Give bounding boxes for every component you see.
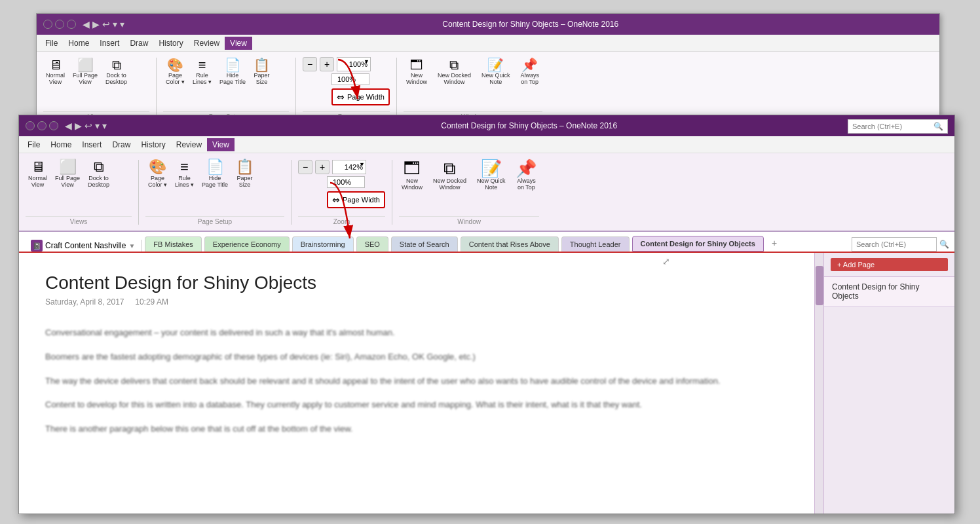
paper-size-icon: 📋 xyxy=(254,58,270,71)
tab-thought-leader[interactable]: Thought Leader xyxy=(561,236,630,252)
back-page-width-label: Page Width xyxy=(347,93,385,101)
back-new-quick-label: New QuickNote xyxy=(481,72,510,85)
front-paper-size-btn[interactable]: 📋 PaperSize xyxy=(233,159,256,189)
back-hide-page-title-btn[interactable]: 📄 HidePage Title xyxy=(217,57,248,86)
front-page-width-icon: ⇔ xyxy=(332,195,340,205)
front-search-input[interactable] xyxy=(852,122,931,130)
front-dock-desktop-btn[interactable]: ⧉ Dock toDesktop xyxy=(85,159,112,189)
front-menu-review[interactable]: Review xyxy=(171,138,207,151)
tab-content-rises-above[interactable]: Content that Rises Above xyxy=(461,236,559,252)
front-menu-view[interactable]: View xyxy=(207,138,235,151)
back-page-width-btn[interactable]: ⇔ Page Width xyxy=(331,88,390,105)
front-rule-lines-btn[interactable]: ≡ RuleLines ▾ xyxy=(172,159,197,189)
menu-file[interactable]: File xyxy=(40,37,63,50)
front-tab-bar: 📓 Craft Content Nashville ▼ FB Mistakes … xyxy=(19,232,954,253)
new-window-icon: 🗔 xyxy=(410,58,423,71)
menu-draw[interactable]: Draw xyxy=(124,37,153,50)
front-new-quick-label: New QuickNote xyxy=(477,178,506,191)
back-normal-view-label: NormalView xyxy=(46,72,65,85)
tab-state-of-search[interactable]: State of Search xyxy=(391,236,458,252)
front-new-window-btn[interactable]: 🗔 NewWindow xyxy=(399,159,425,192)
back-zoom-out-btn[interactable]: − xyxy=(303,57,317,71)
front-always-top-btn[interactable]: 📌 Alwayson Top xyxy=(513,159,539,192)
front-menu-insert[interactable]: Insert xyxy=(77,138,107,151)
back-hide-title-label: HidePage Title xyxy=(219,72,246,85)
tab-add-btn[interactable]: + xyxy=(766,234,782,252)
front-zoom-out-btn[interactable]: − xyxy=(298,160,312,174)
front-page-width-btn[interactable]: ⇔ Page Width xyxy=(327,191,385,208)
expand-icon[interactable]: ⤢ xyxy=(662,256,670,267)
full-page-icon: ⬜ xyxy=(77,58,94,71)
menu-insert[interactable]: Insert xyxy=(94,37,124,50)
back-dock-label: Dock toDesktop xyxy=(105,72,127,85)
front-paper-size-icon: 📋 xyxy=(236,160,254,174)
front-menu-history[interactable]: History xyxy=(136,138,170,151)
back-rule-lines-label: RuleLines ▾ xyxy=(193,72,212,85)
menu-review[interactable]: Review xyxy=(189,37,225,50)
front-paper-size-label: PaperSize xyxy=(237,175,253,188)
vertical-scrollbar[interactable] xyxy=(814,253,823,514)
back-paper-size-btn[interactable]: 📋 PaperSize xyxy=(251,57,273,86)
back-min-btn[interactable] xyxy=(55,20,64,29)
back-new-docked-btn[interactable]: ⧉ New DockedWindow xyxy=(435,57,474,86)
back-always-top-btn[interactable]: 📌 Alwayson Top xyxy=(518,57,542,86)
front-menu-draw[interactable]: Draw xyxy=(107,138,136,151)
front-nav-arrows[interactable]: ◀ ▶ ↩ ▾ ▾ xyxy=(65,121,107,131)
tab-brainstorming[interactable]: Brainstorming xyxy=(292,236,354,252)
back-new-window-btn[interactable]: 🗔 NewWindow xyxy=(404,57,430,86)
back-new-quick-btn[interactable]: 📝 New QuickNote xyxy=(479,57,513,86)
front-full-page-label: Full PageView xyxy=(55,175,80,188)
front-title-text: Content Design for Shiny Objects – OneNo… xyxy=(111,121,948,130)
back-normal-view-btn[interactable]: 🖥 NormalView xyxy=(43,57,67,86)
back-page-color-btn[interactable]: 🎨 PageColor ▾ xyxy=(163,57,187,86)
front-page-setup-group: 🎨 PageColor ▾ ≡ RuleLines ▾ 📄 HidePage T… xyxy=(143,156,287,228)
back-full-page-btn[interactable]: ⬜ Full PageView xyxy=(70,57,100,86)
front-rule-lines-label: RuleLines ▾ xyxy=(175,175,194,188)
front-zoom-in-btn[interactable]: + xyxy=(315,160,330,174)
back-zoom-dropdown[interactable]: 100% xyxy=(331,73,369,85)
front-menu-file[interactable]: File xyxy=(22,138,45,151)
always-top-icon: 📌 xyxy=(521,58,538,71)
back-views-group: 🖥 NormalView ⬜ Full PageView ⧉ Dock toDe… xyxy=(41,54,152,123)
front-search-box[interactable]: 🔍 xyxy=(848,119,948,134)
tab-seo[interactable]: SEO xyxy=(356,236,388,252)
tab-search-icon[interactable]: 🔍 xyxy=(939,240,949,249)
page-canvas[interactable]: ⤢ Content Design for Shiny Objects Satur… xyxy=(19,253,814,514)
sidebar-page-item[interactable]: Content Design for Shiny Objects xyxy=(824,277,954,307)
tab-fb-mistakes[interactable]: FB Mistakes xyxy=(145,236,202,252)
back-page-setup-group: 🎨 PageColor ▾ ≡ RuleLines ▾ 📄 HidePage T… xyxy=(160,54,292,123)
back-close-btn[interactable] xyxy=(43,20,52,29)
notebook-selector[interactable]: 📓 Craft Content Nashville ▼ xyxy=(24,240,142,252)
back-zoom-controls-row: − + ▼ xyxy=(303,57,371,71)
front-hide-page-title-btn[interactable]: 📄 HidePage Title xyxy=(199,159,231,189)
tab-content-design-shiny[interactable]: Content Design for Shiny Objects xyxy=(632,236,764,252)
front-new-docked-btn[interactable]: ⧉ New DockedWindow xyxy=(430,159,469,192)
front-zoom-100-label: 100% xyxy=(333,178,351,186)
front-page-color-btn[interactable]: 🎨 PageColor ▾ xyxy=(145,159,170,189)
tab-experience-economy[interactable]: Experience Economy xyxy=(204,236,290,252)
back-nav-arrows[interactable]: ◀ ▶ ↩ ▾ ▾ xyxy=(83,19,124,29)
front-max-btn[interactable] xyxy=(49,121,58,130)
add-page-button[interactable]: + Add Page xyxy=(831,258,948,271)
front-search-icon[interactable]: 🔍 xyxy=(933,122,943,131)
back-max-btn[interactable] xyxy=(67,20,76,29)
front-normal-view-btn[interactable]: 🖥 NormalView xyxy=(26,159,50,189)
front-min-btn[interactable] xyxy=(37,121,47,130)
front-zoom-content: − + ▼ 100% ⇔ Page Width xyxy=(298,156,385,215)
back-rule-lines-btn[interactable]: ≡ RuleLines ▾ xyxy=(190,57,214,86)
tab-search-input[interactable] xyxy=(852,237,937,252)
back-zoom-in-btn[interactable]: + xyxy=(320,57,334,71)
front-menu-home[interactable]: Home xyxy=(45,138,77,151)
menu-home[interactable]: Home xyxy=(63,37,94,50)
menu-history[interactable]: History xyxy=(153,37,188,50)
front-close-btn[interactable] xyxy=(26,121,35,130)
front-win-controls xyxy=(26,121,58,130)
front-zoom-dropdown[interactable]: 100% xyxy=(327,176,365,188)
menu-view[interactable]: View xyxy=(225,37,252,50)
scrollbar-thumb[interactable] xyxy=(816,266,823,305)
front-full-page-btn[interactable]: ⬜ Full PageView xyxy=(52,159,83,189)
notebook-dropdown-icon[interactable]: ▼ xyxy=(128,242,135,250)
back-dock-desktop-btn[interactable]: ⧉ Dock toDesktop xyxy=(103,57,130,86)
back-zoom-100: 100% xyxy=(337,75,356,83)
front-new-quick-btn[interactable]: 📝 New QuickNote xyxy=(474,159,508,192)
